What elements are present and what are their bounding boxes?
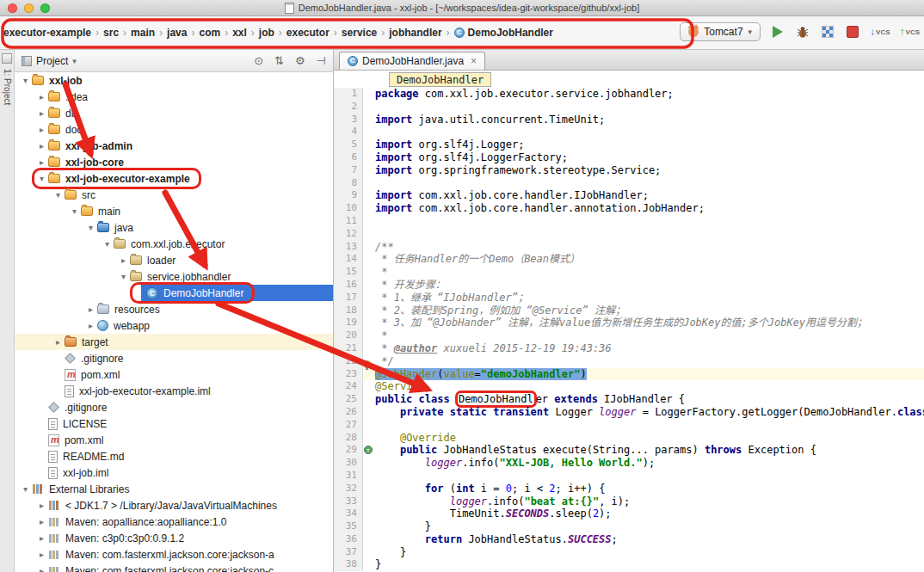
breadcrumb-item[interactable]: main (129, 25, 157, 40)
tree-row[interactable]: ▸Maven: com.fasterxml.jackson.core:jacks… (15, 563, 333, 572)
tree-row[interactable]: xxl-job.iml (15, 464, 333, 481)
run-button[interactable] (770, 24, 785, 40)
line-number[interactable]: 28 (334, 432, 363, 445)
tree-expand-arrow[interactable]: ▸ (36, 125, 47, 134)
line-number[interactable]: 9 (334, 189, 363, 202)
tree-expand-arrow[interactable]: ▸ (36, 566, 47, 572)
tree-row[interactable]: ▸doc (15, 121, 333, 138)
minimize-window-button[interactable] (24, 3, 34, 13)
collapse-all-icon[interactable]: ⇅ (274, 54, 284, 67)
line-number[interactable]: 15 (334, 266, 363, 279)
line-number[interactable]: 18 (334, 304, 363, 317)
close-window-button[interactable] (8, 3, 17, 13)
vcs-commit-button[interactable]: ↑VCS (900, 26, 920, 38)
vcs-update-button[interactable]: ↓VCS (870, 26, 890, 38)
line-number[interactable]: 20 (334, 329, 363, 342)
line-number[interactable]: 5 (334, 138, 363, 151)
hide-panel-icon[interactable]: ⊣ (317, 54, 326, 67)
tree-row[interactable]: ▸xxl-job-admin (15, 138, 333, 154)
project-tree[interactable]: ▾xxl-job▸.idea▸db▸doc▸xxl-job-admin▸xxl-… (15, 72, 333, 572)
code-editor[interactable]: 1package com.xxl.job.executor.service.jo… (334, 88, 924, 572)
tab-demojobhandler[interactable]: DemoJobHandler.java × (339, 52, 485, 70)
line-number[interactable]: 24 (334, 380, 363, 393)
tree-row[interactable]: .gitignore (15, 399, 333, 415)
breadcrumb-item[interactable]: com (197, 25, 222, 40)
line-number[interactable]: 38 (334, 558, 363, 571)
line-number[interactable]: 33 (334, 495, 363, 508)
breadcrumb-item[interactable]: java (165, 25, 188, 40)
tree-row[interactable]: ▸< JDK1.7 > /Library/Java/JavaVirtualMac… (15, 497, 333, 514)
tree-row[interactable]: ▾main (15, 203, 333, 219)
tree-row[interactable]: pom.xml (15, 366, 333, 383)
tree-row[interactable]: ▾com.xxl.job.executor (15, 236, 333, 252)
tree-expand-arrow[interactable]: ▾ (85, 223, 96, 232)
line-number[interactable]: 36 (334, 533, 363, 546)
tree-row[interactable]: ▸Maven: com.fasterxml.jackson.core:jacks… (15, 546, 333, 563)
tree-expand-arrow[interactable]: ▸ (36, 157, 47, 167)
intention-bulb-icon[interactable] (363, 360, 371, 368)
tree-row[interactable]: pom.xml (15, 432, 333, 448)
line-number[interactable]: 6 (334, 151, 363, 164)
project-tool-window-button[interactable]: 1: Project (3, 69, 12, 105)
tree-row[interactable]: ▸Maven: aopalliance:aopalliance:1.0 (15, 514, 333, 530)
tree-row[interactable]: ▸Maven: c3p0:c3p0:0.9.1.2 (15, 530, 333, 546)
tree-row[interactable]: ▸webapp (15, 317, 333, 334)
line-number[interactable]: 19 (334, 317, 363, 329)
line-number[interactable]: 32 (334, 483, 363, 495)
tree-row[interactable]: ▸.idea (15, 89, 333, 105)
line-number[interactable]: 13 (334, 241, 363, 254)
breadcrumb-item[interactable]: service (340, 25, 379, 40)
line-number[interactable]: 31 (334, 470, 363, 483)
tree-expand-arrow[interactable]: ▸ (36, 501, 47, 510)
breadcrumb-item[interactable]: DemoJobHandler (453, 25, 555, 40)
tree-expand-arrow[interactable]: ▸ (52, 337, 64, 347)
settings-gear-icon[interactable]: ⚙ (295, 54, 305, 67)
tree-row[interactable]: ▾service.jobhandler (15, 268, 333, 285)
line-number[interactable]: 14 (334, 253, 363, 266)
breadcrumb-item[interactable]: executor (285, 25, 331, 40)
project-view-select[interactable]: Project ▾ (22, 55, 77, 67)
line-number[interactable]: 35 (334, 520, 363, 533)
line-number[interactable]: 37 (334, 546, 363, 559)
tree-row[interactable]: .gitignore (15, 350, 333, 366)
tree-expand-arrow[interactable]: ▾ (118, 272, 129, 281)
tree-row[interactable]: ▾External Libraries (15, 481, 333, 497)
line-number[interactable]: 2 (334, 101, 363, 114)
tree-expand-arrow[interactable]: ▾ (52, 190, 64, 200)
tree-expand-arrow[interactable]: ▸ (36, 550, 47, 559)
tree-expand-arrow[interactable]: ▸ (36, 92, 47, 101)
tree-row[interactable]: ▸target (15, 334, 333, 350)
tree-row[interactable]: LICENSE (15, 415, 333, 432)
line-number[interactable]: 11 (334, 215, 363, 228)
tree-expand-arrow[interactable]: ▾ (20, 484, 31, 494)
tree-row[interactable]: DemoJobHandler (15, 285, 333, 301)
tree-row[interactable]: ▾xxl-job-executor-example (15, 170, 333, 187)
breadcrumb-item[interactable]: xxl (231, 25, 249, 40)
breadcrumb-item[interactable]: jobhandler (387, 25, 443, 40)
tree-expand-arrow[interactable]: ▸ (85, 304, 96, 314)
tree-expand-arrow[interactable]: ▸ (36, 517, 47, 526)
breadcrumb-item[interactable]: job (257, 25, 276, 40)
tree-expand-arrow[interactable]: ▾ (69, 206, 80, 216)
tree-expand-arrow[interactable]: ▾ (36, 174, 47, 183)
close-icon[interactable]: × (471, 55, 477, 67)
line-number[interactable]: 26 (334, 406, 363, 419)
line-number[interactable]: 21 (334, 342, 363, 355)
editor-context-badge[interactable]: DemoJobHandler (389, 72, 491, 87)
line-number[interactable]: 22 (334, 355, 363, 368)
tree-row[interactable]: xxl-job-executor-example.iml (15, 383, 333, 399)
tree-row[interactable]: ▾java (15, 219, 333, 236)
line-number[interactable]: 27 (334, 419, 363, 432)
debug-button[interactable] (795, 24, 810, 40)
line-number[interactable]: 25 (334, 393, 363, 406)
tree-expand-arrow[interactable]: ▾ (102, 239, 113, 249)
line-number[interactable]: 16 (334, 279, 363, 292)
tree-expand-arrow[interactable]: ▸ (36, 533, 47, 543)
stop-button[interactable] (845, 24, 860, 40)
line-number[interactable]: 7 (334, 164, 363, 177)
tree-expand-arrow[interactable]: ▸ (36, 108, 47, 118)
coverage-button[interactable] (820, 24, 835, 40)
line-number[interactable]: 8 (334, 177, 363, 190)
tree-row[interactable]: ▾src (15, 187, 333, 203)
override-gutter-icon[interactable]: ↑ (364, 446, 373, 454)
